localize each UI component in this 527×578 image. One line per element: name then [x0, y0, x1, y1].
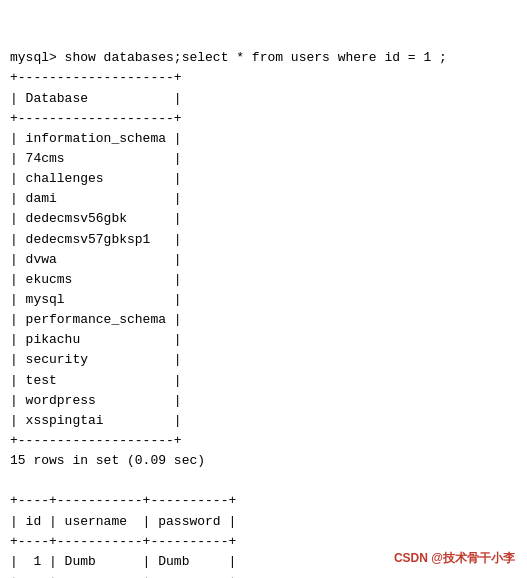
watermark: CSDN @技术骨干小李 — [394, 549, 515, 568]
terminal-line: | id | username | password | — [10, 512, 517, 532]
terminal-line: | mysql | — [10, 290, 517, 310]
terminal-line: | dedecmsv57gbksp1 | — [10, 230, 517, 250]
terminal-line: +--------------------+ — [10, 109, 517, 129]
terminal-line: +----+-----------+----------+ — [10, 491, 517, 511]
terminal-line: | security | — [10, 350, 517, 370]
terminal-line: | information_schema | — [10, 129, 517, 149]
terminal-line: +--------------------+ — [10, 431, 517, 451]
terminal-line: | dedecmsv56gbk | — [10, 209, 517, 229]
terminal-line: | xsspingtai | — [10, 411, 517, 431]
terminal-line: | Database | — [10, 89, 517, 109]
terminal-window: mysql> show databases;select * from user… — [0, 0, 527, 578]
terminal-content: mysql> show databases;select * from user… — [10, 48, 517, 578]
terminal-line: | performance_schema | — [10, 310, 517, 330]
terminal-line: | wordpress | — [10, 391, 517, 411]
terminal-line: | dami | — [10, 189, 517, 209]
terminal-line — [10, 471, 517, 491]
terminal-line: +----+-----------+----------+ — [10, 572, 517, 578]
terminal-line: | ekucms | — [10, 270, 517, 290]
terminal-line: | 74cms | — [10, 149, 517, 169]
terminal-line: | pikachu | — [10, 330, 517, 350]
terminal-line: | challenges | — [10, 169, 517, 189]
terminal-line: | test | — [10, 371, 517, 391]
terminal-line: | dvwa | — [10, 250, 517, 270]
terminal-line: +--------------------+ — [10, 68, 517, 88]
terminal-line: mysql> show databases;select * from user… — [10, 48, 517, 68]
terminal-line: 15 rows in set (0.09 sec) — [10, 451, 517, 471]
